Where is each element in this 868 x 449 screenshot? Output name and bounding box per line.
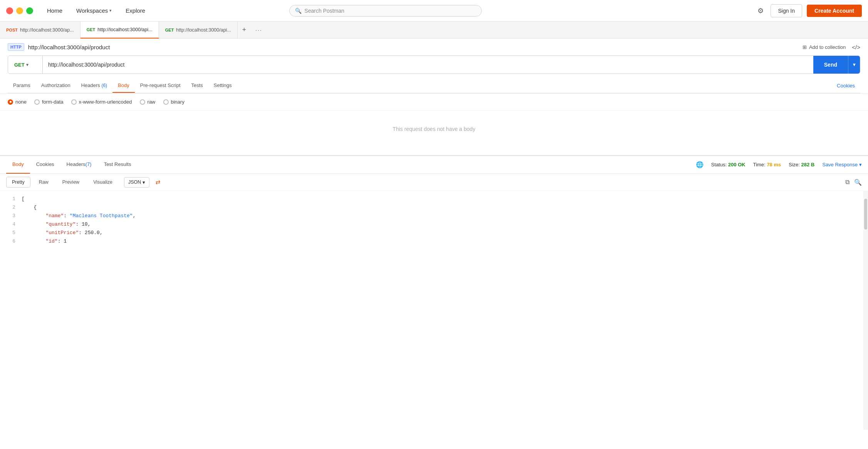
status-label: Status: 200 OK [711,162,746,168]
method-label: GET [14,62,25,68]
tab-method-post: POST [6,28,18,32]
format-raw[interactable]: Raw [34,177,54,187]
json-format-chevron: ▾ [142,179,145,185]
resp-tab-body[interactable]: Body [6,156,30,174]
request-tabs: Params Authorization Headers (6) Body Pr… [8,79,860,93]
resp-tab-headers[interactable]: Headers (7) [60,156,98,174]
request-section: HTTP http://localhost:3000/api/product ⊞… [0,39,868,94]
cookies-button[interactable]: Cookies [831,79,860,92]
tab-method-get-2: GET [165,28,174,32]
nav-workspaces[interactable]: Workspaces ▾ [73,5,115,16]
collection-icon: ⊞ [803,44,807,50]
nav-explore[interactable]: Explore [122,5,148,16]
no-body-message: This request does not have a body [0,111,868,147]
radio-formdata [34,99,40,105]
url-input[interactable] [43,56,813,74]
scrollbar-thumb[interactable] [864,199,867,230]
body-option-raw[interactable]: raw [140,99,156,105]
tab-headers[interactable]: Headers (6) [76,79,112,93]
search-bar[interactable]: 🔍 Search Postman [289,5,482,17]
traffic-light-yellow[interactable] [16,7,23,14]
search-icon: 🔍 [295,8,302,14]
tabs-bar: POST http://localhost:3000/ap... GET htt… [0,22,868,39]
workspaces-chevron-icon: ▾ [109,8,112,13]
format-visualize[interactable]: Visualize [88,177,118,187]
tab-method-get-1: GET [87,27,96,32]
save-response-button[interactable]: Save Response ▾ [822,162,862,168]
send-label: Send [813,62,848,68]
request-title-left: HTTP http://localhost:3000/api/product [8,43,110,51]
response-header: Body Cookies Headers (7) Test Results 🌐 … [0,156,868,174]
resp-tab-testresults[interactable]: Test Results [98,156,137,174]
method-select[interactable]: GET ▾ [8,56,43,74]
globe-icon: 🌐 [696,161,704,168]
resp-headers-count: (7) [85,161,92,167]
tab-add-button[interactable]: + [238,22,251,39]
topbar: Home Workspaces ▾ Explore 🔍 Search Postm… [0,0,868,22]
method-chevron-icon: ▾ [26,62,28,67]
json-line-2: 2 { [8,203,860,212]
json-line-6: 6 "id": 1 [8,237,860,246]
resp-body-toolbar: Pretty Raw Preview Visualize JSON ▾ ⇄ ⧉ … [0,174,868,191]
search-response-icon[interactable]: 🔍 [854,179,862,186]
request-title-bar: HTTP http://localhost:3000/api/product ⊞… [8,43,860,51]
resp-toolbar-right: ⧉ 🔍 [845,179,862,186]
body-options: none form-data x-www-form-urlencoded raw… [0,94,868,111]
tab-more-button[interactable]: ··· [251,22,267,39]
json-line-1: 1 [ [8,195,860,203]
topbar-right: ⚙ Sign In Create Account [755,4,862,17]
traffic-light-green[interactable] [26,7,33,14]
json-line-3: 3 "name": "Macleans Toothpaste", [8,212,860,220]
create-account-button[interactable]: Create Account [807,5,862,17]
json-format-label: JSON [128,179,141,185]
format-pretty[interactable]: Pretty [6,177,30,188]
send-chevron-icon: ▾ [848,62,860,67]
json-line-4: 4 "quantity": 10, [8,220,860,229]
tab-url-get-2: http://localhost:3000/api... [176,27,231,33]
traffic-lights [6,7,33,14]
body-option-binary[interactable]: binary [163,99,184,105]
traffic-light-red[interactable] [6,7,13,14]
tab-get-2[interactable]: GET http://localhost:3000/api... [159,22,238,39]
json-content: 1 [ 2 { 3 "name": "Macleans Toothpaste",… [0,191,868,430]
headers-count: (6) [101,83,107,88]
search-placeholder: Search Postman [305,8,345,14]
http-icon: HTTP [8,43,24,51]
json-format-select[interactable]: JSON ▾ [124,177,149,188]
copy-icon[interactable]: ⧉ [845,179,850,186]
tab-authorization[interactable]: Authorization [36,79,76,93]
size-label: Size: 282 B [789,162,814,168]
scrollbar-track [863,191,868,430]
tab-body[interactable]: Body [112,79,135,93]
tab-url-get-1: http://localhost:3000/api... [97,27,152,32]
body-option-formdata[interactable]: form-data [34,99,64,105]
request-title-right: ⊞ Add to collection </> [803,44,860,50]
tab-prerequest[interactable]: Pre-request Script [135,79,186,93]
cookies-link: Cookies [831,83,860,89]
radio-raw [140,99,145,105]
body-option-urlencoded[interactable]: x-www-form-urlencoded [71,99,132,105]
response-meta: 🌐 Status: 200 OK Time: 78 ms Size: 282 B… [696,161,862,168]
tab-get-active[interactable]: GET http://localhost:3000/api... [80,22,159,39]
body-option-none[interactable]: none [8,99,27,105]
response-section: Body Cookies Headers (7) Test Results 🌐 … [0,155,868,430]
format-preview[interactable]: Preview [57,177,85,187]
status-value: 200 OK [728,162,746,168]
nav-home[interactable]: Home [44,5,65,16]
add-to-collection-button[interactable]: ⊞ Add to collection [803,44,846,50]
tab-params[interactable]: Params [8,79,36,93]
time-value: 78 ms [767,162,781,168]
signin-button[interactable]: Sign In [771,4,802,17]
tab-settings[interactable]: Settings [208,79,237,93]
resp-tab-cookies[interactable]: Cookies [30,156,60,174]
request-url-title: http://localhost:3000/api/product [28,44,110,50]
tab-post[interactable]: POST http://localhost:3000/ap... [0,22,80,39]
send-button[interactable]: Send ▾ [813,56,860,74]
filter-icon[interactable]: ⇄ [156,179,161,186]
code-icon[interactable]: </> [852,44,860,50]
tab-tests[interactable]: Tests [186,79,208,93]
settings-button[interactable]: ⚙ [755,4,766,17]
radio-none [8,99,13,105]
json-line-5: 5 "unitPrice": 250.0, [8,229,860,237]
size-value: 282 B [801,162,815,168]
